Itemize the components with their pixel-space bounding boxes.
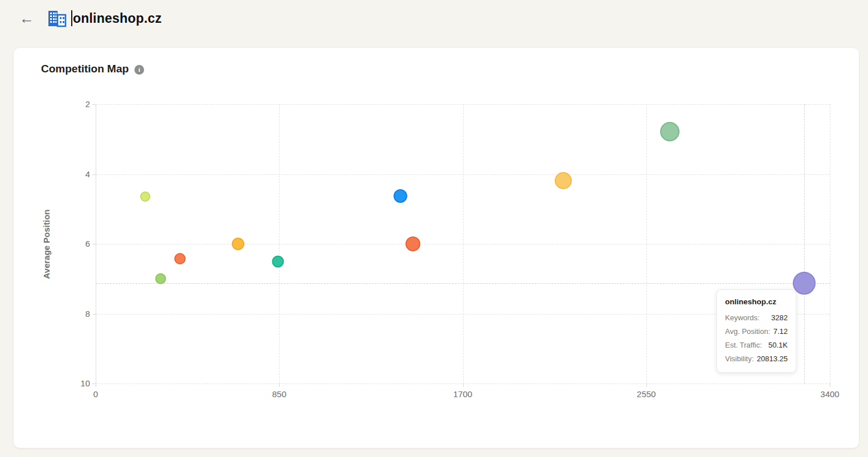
- y-axis-title-text: Average Position: [42, 209, 52, 279]
- bubble[interactable]: [555, 172, 572, 189]
- tooltip-row: Visibility:20813.25: [725, 352, 788, 366]
- crosshair-vertical-line: [804, 104, 805, 383]
- y-tick-label: 10: [65, 378, 90, 389]
- text-cursor: [71, 10, 72, 26]
- tooltip-row-value: 7.12: [773, 325, 788, 338]
- gridline-vertical: [463, 104, 464, 383]
- y-tick-label: 6: [65, 238, 90, 250]
- x-tick-label: 1700: [440, 389, 486, 400]
- gridline-vertical: [646, 104, 647, 383]
- tooltip-row-value: 50.1K: [768, 338, 788, 352]
- y-axis-line: [96, 104, 96, 383]
- bubble[interactable]: [232, 238, 244, 250]
- bubble[interactable]: [406, 236, 420, 251]
- back-button[interactable]: ←: [17, 9, 36, 28]
- bubble[interactable]: [140, 191, 150, 202]
- tooltip-row: Est. Traffic:50.1K: [725, 338, 788, 352]
- x-axis-tick: [646, 383, 647, 387]
- tooltip-row-label: Keywords:: [725, 311, 760, 325]
- x-tick-label: 2550: [624, 389, 669, 400]
- x-axis-tick: [279, 383, 280, 387]
- x-axis-tick: [830, 383, 830, 387]
- tooltip-title: onlineshop.cz: [725, 297, 788, 306]
- competition-map-card: Competition Map i Average Position onlin…: [14, 48, 859, 448]
- y-tick-label: 4: [65, 169, 90, 180]
- back-arrow-icon: ←: [19, 11, 34, 26]
- tooltip-row-label: Est. Traffic:: [725, 338, 762, 352]
- gridline-vertical: [279, 104, 280, 383]
- tooltip-row-label: Visibility:: [725, 352, 754, 366]
- x-tick-label: 3400: [807, 389, 853, 400]
- x-axis-tick: [96, 383, 96, 387]
- card-header: Competition Map i: [41, 63, 144, 75]
- x-axis-tick: [463, 383, 464, 387]
- site-name-field[interactable]: onlineshop.cz: [73, 11, 162, 26]
- y-tick-label: 8: [65, 308, 90, 320]
- plot-area: onlineshop.cz Keywords:3282Avg. Position…: [96, 104, 830, 383]
- bubble[interactable]: [155, 274, 166, 284]
- bubble[interactable]: [660, 122, 679, 141]
- tooltip-row-value: 3282: [771, 311, 788, 325]
- card-title: Competition Map: [41, 63, 129, 75]
- app-header: ← onlineshop.cz: [0, 0, 868, 36]
- tooltip-row: Keywords:3282: [725, 311, 788, 325]
- bubble[interactable]: [174, 253, 186, 264]
- x-tick-label: 0: [73, 389, 118, 400]
- y-tick-label: 2: [65, 99, 90, 110]
- bubble-onlineshop.cz[interactable]: [793, 272, 816, 295]
- tooltip-row-value: 20813.25: [757, 352, 788, 366]
- x-tick-label: 850: [256, 389, 302, 400]
- bubble[interactable]: [272, 255, 284, 267]
- company-buildings-icon: [47, 10, 67, 27]
- info-icon[interactable]: i: [134, 65, 144, 75]
- tooltip-row: Avg. Position:7.12: [725, 325, 788, 338]
- gridline-vertical: [830, 104, 830, 383]
- crosshair-horizontal-line: [96, 283, 830, 284]
- bubble[interactable]: [394, 189, 407, 203]
- tooltip-rows: Keywords:3282Avg. Position:7.12Est. Traf…: [725, 311, 788, 366]
- tooltip-row-label: Avg. Position:: [725, 325, 770, 338]
- chart-tooltip: onlineshop.cz Keywords:3282Avg. Position…: [716, 289, 796, 373]
